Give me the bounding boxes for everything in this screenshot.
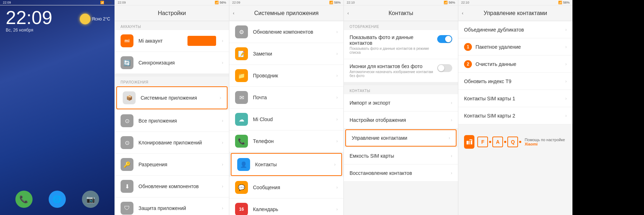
all-apps-text: Все приложения bbox=[138, 118, 219, 124]
clone-apps-item[interactable]: ⊙ Клонирование приложений › bbox=[115, 132, 229, 154]
import-export-item[interactable]: Импорт и экспорт › bbox=[344, 94, 458, 111]
all-apps-chevron: › bbox=[222, 118, 223, 123]
panel5-battery: 56% bbox=[563, 1, 570, 4]
contact-icons-toggle[interactable] bbox=[437, 64, 452, 72]
contacts-wrapper: 👤 Контакты › bbox=[229, 152, 343, 177]
calendar-item[interactable]: 16 Календарь › bbox=[229, 199, 343, 215]
update-text: Обновление компонентов bbox=[138, 183, 219, 189]
system-apps-panel: 22:09 📶 56% ‹ Системные приложения ⚙ Обн… bbox=[229, 0, 343, 215]
protection-icon: 🛡 bbox=[121, 202, 133, 215]
mail-text: Почта bbox=[253, 95, 333, 100]
show-photos-item[interactable]: Показывать фото и данные контактов Показ… bbox=[344, 30, 458, 59]
manage-contacts-item[interactable]: Управление контактами › bbox=[345, 129, 457, 147]
micloud-item[interactable]: ☁ Mi Cloud › bbox=[229, 109, 343, 130]
notes-item[interactable]: 📝 Заметки › bbox=[229, 43, 343, 65]
micloud-text: Mi Cloud bbox=[253, 116, 333, 122]
batch-delete-item[interactable]: 1 Пакетное удаление › bbox=[458, 38, 572, 56]
sync-item[interactable]: 🔄 Синхронизация › bbox=[115, 52, 229, 74]
merge-duplicates-item[interactable]: Объединение дубликатов › bbox=[458, 21, 572, 38]
sys-update-item[interactable]: ⚙ Обновление компонентов › bbox=[229, 21, 343, 43]
faq-dot-3 bbox=[519, 141, 521, 143]
dock-phone[interactable]: 📞 bbox=[15, 191, 33, 208]
weather-badge: Ясно 2°C bbox=[80, 14, 110, 24]
clear-data-text: Очистить данные bbox=[475, 61, 562, 67]
import-export-chevron: › bbox=[451, 100, 452, 105]
permissions-chevron: › bbox=[222, 162, 223, 167]
explorer-icon: 📁 bbox=[235, 69, 248, 82]
display-settings-chevron: › bbox=[451, 118, 452, 123]
batch-delete-number: 1 bbox=[464, 43, 472, 51]
faq-a-letter: A bbox=[492, 137, 503, 147]
panel5-back-button[interactable]: ‹ bbox=[462, 11, 463, 16]
status-time: 22:09 bbox=[3, 1, 11, 4]
clone-apps-text: Клонирование приложений bbox=[138, 140, 219, 145]
mi-account-item[interactable]: mi Mi аккаунт › bbox=[115, 30, 229, 52]
clear-data-item[interactable]: 2 Очистить данные › bbox=[458, 56, 572, 73]
panel4-battery: 56% bbox=[449, 1, 455, 4]
bottom-dock: 📞 🌐 📷 bbox=[0, 191, 114, 208]
app-protection-item[interactable]: 🛡 Защита приложений › bbox=[115, 197, 229, 215]
system-apps-icon: 📦 bbox=[123, 91, 136, 104]
panel2-status-bar: 22:09 📶 56% bbox=[115, 0, 229, 5]
display-settings-item[interactable]: Настройки отображения › bbox=[344, 111, 458, 129]
system-apps-item[interactable]: 📦 Системные приложения › bbox=[116, 86, 228, 109]
sms-icon: 💬 bbox=[235, 181, 248, 194]
panel3-content: ⚙ Обновление компонентов › 📝 Заметки › 📁… bbox=[229, 21, 343, 215]
sim1-chevron: › bbox=[565, 96, 567, 101]
sms-item[interactable]: 💬 Сообщения › bbox=[229, 177, 343, 199]
phone-icon: 📞 bbox=[235, 135, 248, 148]
sim1-item[interactable]: Контакты SIM карты 1 › bbox=[458, 90, 572, 107]
protection-chevron: › bbox=[222, 206, 223, 211]
clear-data-number: 2 bbox=[464, 60, 472, 68]
panel3-back-button[interactable]: ‹ bbox=[233, 11, 234, 16]
manage-contacts-chevron: › bbox=[449, 135, 450, 140]
panel5-back-chevron: ‹ bbox=[462, 11, 463, 16]
svg-rect-4 bbox=[469, 141, 470, 144]
explorer-chevron: › bbox=[336, 73, 338, 78]
contacts-text: Контакты bbox=[255, 162, 331, 167]
notes-text: Заметки bbox=[253, 51, 333, 57]
phone-item[interactable]: 📞 Телефон › bbox=[229, 130, 343, 152]
calendar-icon: 16 bbox=[235, 203, 248, 215]
sim-capacity-chevron: › bbox=[451, 153, 452, 158]
display-settings-text: Настройки отображения bbox=[350, 117, 448, 123]
explorer-item[interactable]: 📁 Проводник › bbox=[229, 65, 343, 87]
contacts-settings-panel: 22:10 📶 56% ‹ Контакты ОТОБРАЖЕНИЕ Показ… bbox=[343, 0, 458, 215]
restore-contacts-chevron: › bbox=[451, 171, 452, 176]
all-apps-item[interactable]: ⊙ Все приложения › bbox=[115, 110, 229, 132]
restore-contacts-item[interactable]: Восстановление контактов › bbox=[344, 164, 458, 182]
sim-capacity-item[interactable]: Емкость SIM карты › bbox=[344, 147, 458, 164]
phone-text: Телефон bbox=[253, 138, 333, 144]
panel5-content: Объединение дубликатов › 1 Пакетное удал… bbox=[458, 21, 572, 215]
faq-section: F A Q Помощь по настройке Xiaomi bbox=[458, 124, 572, 154]
mail-icon: ✉ bbox=[235, 91, 248, 104]
mail-item[interactable]: ✉ Почта › bbox=[229, 87, 343, 109]
svg-rect-7 bbox=[472, 139, 472, 142]
dock-camera[interactable]: 📷 bbox=[82, 191, 99, 208]
dock-browser[interactable]: 🌐 bbox=[49, 191, 66, 208]
contacts-section-label: КОНТАКТЫ bbox=[344, 85, 458, 94]
sim2-chevron: › bbox=[565, 113, 567, 118]
batch-delete-text: Пакетное удаление bbox=[475, 44, 562, 50]
panel4-title: Контакты bbox=[389, 10, 413, 16]
update-t9-chevron: › bbox=[565, 79, 567, 84]
panel3-battery: 56% bbox=[334, 1, 341, 4]
update-t9-item[interactable]: Обновить индекс Т9 › bbox=[458, 73, 572, 90]
permissions-text: Разрешения bbox=[138, 162, 219, 167]
panel4-back-button[interactable]: ‹ bbox=[347, 11, 349, 16]
show-photos-toggle[interactable] bbox=[437, 35, 452, 43]
mi-account-bar bbox=[187, 36, 216, 46]
permissions-item[interactable]: 🔑 Разрешения › bbox=[115, 154, 229, 176]
status-bar-home: 22:09 📶 56% bbox=[0, 0, 114, 5]
contacts-item[interactable]: 👤 Контакты › bbox=[231, 153, 342, 176]
manage-contacts-wrapper: Управление контактами › bbox=[344, 129, 458, 147]
panel4-status-bar: 22:10 📶 56% bbox=[344, 0, 458, 5]
batch-delete-chevron: › bbox=[565, 44, 567, 49]
display-section-label: ОТОБРАЖЕНИЕ bbox=[344, 21, 458, 30]
panel2-content: АККАУНТЫ mi Mi аккаунт › 🔄 Синхронизация… bbox=[115, 21, 229, 215]
update-components-item[interactable]: ⬇ Обновление компонентов › bbox=[115, 176, 229, 197]
sim-capacity-text: Емкость SIM карты bbox=[350, 153, 448, 159]
contact-icons-item[interactable]: Иконки для контактов без фото Автоматиче… bbox=[344, 59, 458, 82]
sim2-item[interactable]: Контакты SIM карты 2 › bbox=[458, 107, 572, 124]
sms-text: Сообщения bbox=[253, 185, 333, 190]
